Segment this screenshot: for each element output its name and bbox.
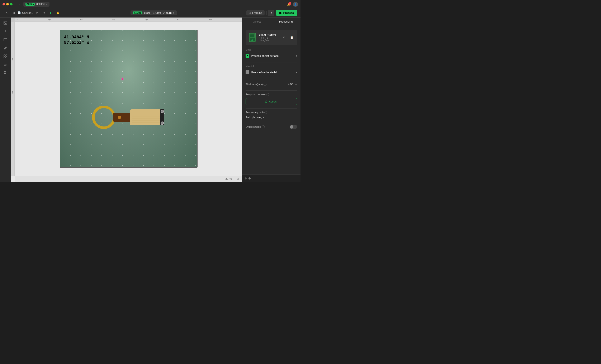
thickness-section: Thickness(mm) i 4.90 ✏ [246,81,297,87]
svg-rect-5 [4,57,5,58]
toolbar-right: ⊞ Framing ▾ ▶ Process [246,10,297,16]
laser-dot [121,78,123,80]
framing-label: Framing [252,11,262,14]
svg-text:500: 500 [177,19,180,21]
tab-untitled[interactable]: F1Ultra Untitled × [23,2,50,7]
canvas-area[interactable]: 0 100 200 300 400 500 600 0 100 200 [11,18,242,182]
svg-text:200: 200 [80,19,83,21]
close-panel-button[interactable]: ✕ [3,10,10,16]
tab-name: Untitled [36,3,44,6]
zoom-level: 307% [225,177,232,180]
thickness-edit-icon[interactable]: ✏ [295,83,297,86]
apps-icon[interactable] [2,69,9,77]
svg-point-46 [251,39,253,41]
thickness-value: 4.90 [288,83,293,86]
thickness-label-text: Thickness(mm) [246,83,263,86]
close-button[interactable] [2,3,5,5]
evade-smoke-section: Evade smoke i [246,125,297,129]
device-selector[interactable]: F1Ultra xTool_F1 Ultra_04a61b ▾ [130,10,177,15]
framing-button[interactable]: ⊞ Framing [246,10,265,15]
image-icon[interactable] [2,19,9,27]
refresh-button[interactable]: Refresh [246,98,297,105]
shape-icon[interactable] [2,36,9,43]
tab-close-button[interactable]: × [46,2,47,6]
notifications-button[interactable]: 🔔 2 [287,3,290,6]
layer-item-2[interactable] [249,177,250,179]
framing-chevron-button[interactable]: ▾ [268,10,274,16]
undo-button[interactable]: ↩ [34,10,40,16]
divider-1 [246,62,297,62]
device-settings-button[interactable]: ⚙ [281,34,287,40]
divider-4 [246,108,297,108]
device-name-display: xTool_F1 Ultra_04a61b [144,11,172,14]
zoom-minus[interactable]: − [222,177,224,180]
pen-icon[interactable] [2,44,9,52]
evade-smoke-label: Evade smoke i [246,126,265,128]
minimize-button[interactable] [6,3,9,5]
ai-icon[interactable]: AI [2,61,9,69]
mode-value: Process on flat surface [251,54,294,57]
evade-smoke-info-icon[interactable]: i [262,126,265,128]
panel-tabs: Object Processing [242,18,300,26]
fit-icon[interactable]: ⊡ [237,177,239,180]
canvas-content: 41.9484° N 87.6553° W [15,22,242,176]
evade-smoke-text: Evade smoke [246,126,261,128]
canvas-name: Canvas1 [22,11,33,14]
thickness-row: Thickness(mm) i 4.90 ✏ [246,81,297,87]
thickness-label: Thickness(mm) i [246,83,286,86]
device-chevron-icon: ▾ [173,11,174,14]
add-tab-button[interactable]: + [50,2,55,7]
ruler-left: 0 100 200 [11,22,15,176]
processing-path-section: Processing path i Auto planning ▾ [246,111,297,119]
process-button[interactable]: ▶ Process [276,10,297,16]
mode-selector[interactable]: Process on flat surface ▾ [246,53,297,59]
processing-path-label: Processing path [246,111,263,114]
thickness-info-icon[interactable]: i [263,83,266,86]
framing-icon: ⊞ [249,11,251,14]
svg-rect-0 [4,21,7,25]
svg-text:300: 300 [112,19,115,21]
evade-smoke-toggle[interactable] [290,125,297,129]
device-copy-button[interactable]: 📋 [289,34,295,40]
hand-tool-button[interactable]: ✋ [55,10,61,16]
tab-object[interactable]: Object [242,18,271,26]
svg-text:100: 100 [47,19,50,21]
mode-section-label: Mode [246,49,297,51]
text-icon[interactable]: T [2,28,9,35]
svg-rect-29 [113,113,132,122]
refresh-icon [265,100,268,103]
left-sidebar: T AI [0,18,11,182]
divider-5 [246,122,297,122]
group-icon[interactable] [2,53,9,60]
tab-processing[interactable]: Processing [271,18,301,26]
processing-path-info-icon[interactable]: i [264,111,267,114]
svg-rect-44 [250,34,254,37]
refresh-label: Refresh [269,100,278,103]
snapshot-info-icon[interactable]: i [266,93,269,96]
tab-badge: F1Ultra [25,3,35,6]
divider-2 [246,79,297,79]
path-chevron-icon: ▾ [263,116,265,119]
svg-rect-7 [4,71,5,72]
device-icon [248,32,256,43]
svg-rect-4 [6,55,7,56]
titlebar: ⌂ F1Ultra Untitled × + 🔔 2 👤 [0,0,300,8]
titlebar-right: 🔔 2 👤 [287,2,298,7]
toolbar-center: F1Ultra xTool_F1 Ultra_04a61b ▾ [63,10,244,15]
zoom-plus[interactable]: + [233,177,235,180]
user-avatar[interactable]: 👤 [293,2,298,7]
play-button[interactable]: ▶ [48,10,54,16]
maximize-button[interactable] [10,3,12,5]
panels-button[interactable]: ⊞ [10,10,17,16]
material-selector[interactable]: User-defined material ▾ [246,69,297,75]
tab-bar: F1Ultra Untitled × + [23,2,285,7]
path-selector[interactable]: Auto planning ▾ [246,116,297,119]
svg-text:100: 100 [11,58,13,61]
snapshot-label: Snapshot preview [246,93,265,96]
device-card: xTool F1Ultra xTool_F1 Ultra_04a... ⚙ 📋 [246,30,297,45]
layer-item-1[interactable] [245,177,247,179]
svg-point-40 [161,122,163,124]
redo-button[interactable]: ↪ [41,10,47,16]
ruler-corner [11,18,15,22]
home-button[interactable]: ⌂ [16,1,22,7]
